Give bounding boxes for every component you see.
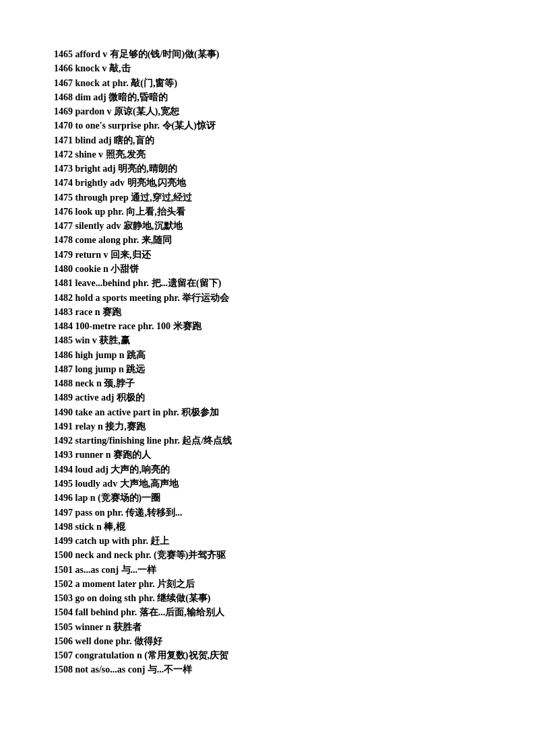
list-item: 1481 leave...behind phr. 把...遗留在(留下): [54, 276, 481, 290]
list-item: 1480 cookie n 小甜饼: [54, 262, 481, 276]
list-item: 1478 come along phr. 来,随同: [54, 233, 481, 247]
list-item: 1497 pass on phr. 传递,转移到...: [54, 506, 481, 520]
list-item: 1488 neck n 颈,脖子: [54, 376, 481, 390]
list-item: 1503 go on doing sth phr. 继续做(某事): [54, 591, 481, 605]
list-item: 1468 dim adj 微暗的,昏暗的: [54, 90, 481, 104]
list-item: 1474 brightly adv 明亮地,闪亮地: [54, 176, 481, 190]
list-item: 1505 winner n 获胜者: [54, 620, 481, 634]
list-item: 1466 knock v 敲,击: [54, 61, 481, 75]
list-item: 1465 afford v 有足够的(钱/时间)做(某事): [54, 47, 481, 61]
list-item: 1496 lap n (竞赛场的)一圈: [54, 491, 481, 505]
list-item: 1483 race n 赛跑: [54, 305, 481, 319]
list-item: 1472 shine v 照亮,发亮: [54, 147, 481, 162]
list-item: 1470 to one's surprise phr. 令(某人)惊讶: [54, 118, 481, 133]
list-item: 1500 neck and neck phr. (竞赛等)并驾齐驱: [54, 548, 481, 562]
list-item: 1501 as...as conj 与...一样: [54, 563, 481, 577]
list-item: 1508 not as/so...as conj 与...不一样: [54, 662, 481, 677]
list-item: 1469 pardon v 原谅(某人),宽恕: [54, 104, 481, 118]
list-item: 1506 well done phr. 做得好: [54, 634, 481, 648]
list-item: 1494 loud adj 大声的,响亮的: [54, 462, 481, 477]
list-item: 1499 catch up with phr. 赶上: [54, 534, 481, 548]
list-item: 1479 return v 回来,归还: [54, 248, 481, 262]
list-item: 1492 starting/finishing line phr. 起点/终点线: [54, 434, 481, 448]
list-item: 1491 relay n 接力,赛跑: [54, 419, 481, 434]
list-item: 1504 fall behind phr. 落在...后面,输给别人: [54, 605, 481, 619]
list-item: 1502 a moment later phr. 片刻之后: [54, 577, 481, 591]
list-item: 1473 bright adj 明亮的,晴朗的: [54, 162, 481, 176]
list-item: 1471 blind adj 瞎的,盲的: [54, 133, 481, 147]
list-item: 1467 knock at phr. 敲(门,窗等): [54, 76, 481, 90]
list-item: 1495 loudly adv 大声地,高声地: [54, 477, 481, 491]
list-item: 1482 hold a sports meeting phr. 举行运动会: [54, 291, 481, 305]
list-item: 1507 congratulation n (常用复数)祝贺,庆贺: [54, 648, 481, 662]
list-item: 1486 high jump n 跳高: [54, 348, 481, 362]
list-item: 1475 through prep 通过,穿过,经过: [54, 191, 481, 205]
list-item: 1490 take an active part in phr. 积极参加: [54, 405, 481, 419]
list-item: 1484 100-metre race phr. 100 米赛跑: [54, 319, 481, 333]
list-item: 1485 win v 获胜,赢: [54, 333, 481, 347]
list-item: 1489 active adj 积极的: [54, 390, 481, 405]
list-item: 1493 runner n 赛跑的人: [54, 448, 481, 462]
list-item: 1487 long jump n 跳远: [54, 362, 481, 376]
list-item: 1476 look up phr. 向上看,抬头看: [54, 205, 481, 219]
list-item: 1498 stick n 棒,棍: [54, 520, 481, 534]
word-list: 1465 afford v 有足够的(钱/时间)做(某事)1466 knock …: [54, 47, 481, 677]
list-item: 1477 silently adv 寂静地,沉默地: [54, 219, 481, 233]
